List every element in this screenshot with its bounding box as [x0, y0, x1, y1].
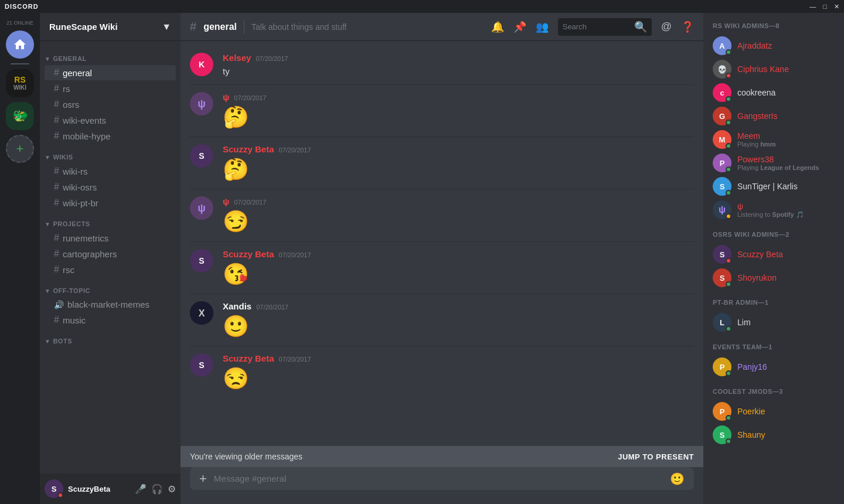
channel-item-runemetrics[interactable]: # runemetrics — [45, 230, 176, 246]
channel-item-music[interactable]: # music — [45, 312, 176, 328]
channel-item-cartographers[interactable]: # cartographers — [45, 246, 176, 261]
headphones-icon[interactable]: 🎧 — [151, 483, 163, 495]
server-icon-home[interactable] — [6, 30, 34, 59]
minimize-button[interactable]: — — [809, 3, 816, 11]
message-content: ψ 07/20/2017 😏 — [223, 196, 694, 234]
message-header: ψ 07/20/2017 — [223, 92, 694, 102]
category-general[interactable]: ▼ GENERAL — [40, 46, 181, 64]
online-badge: 21 ONLINE — [6, 20, 33, 26]
member-item-lim[interactable]: L Lim — [708, 311, 839, 334]
channel-item-wiki-pt-br[interactable]: # wiki-pt-br — [45, 195, 176, 210]
member-item-powers38[interactable]: P Powers38 Playing League of Legends — [708, 151, 839, 175]
server-icon-dragon[interactable]: 🐲 — [6, 102, 34, 130]
member-item-panjy16[interactable]: P Panjy16 — [708, 355, 839, 379]
channel-item-black-market-memes[interactable]: 🔊 black-market-memes — [45, 297, 176, 312]
member-name: Shauny — [737, 430, 835, 440]
message-input-bar: + 🙂 — [190, 467, 694, 490]
member-item-shoyrukon[interactable]: S Shoyrukon — [708, 266, 839, 290]
member-name: Lim — [737, 318, 835, 327]
category-wikis[interactable]: ▼ WIKIS — [40, 144, 181, 163]
members-category-osrs-wiki-admins: OSRS WIKI ADMINS—2 — [708, 222, 839, 240]
user-area: S ScuzzyBeta 🎤 🎧 ⚙ — [40, 474, 181, 504]
user-status-dot — [57, 492, 63, 498]
help-icon[interactable]: ❓ — [681, 21, 694, 33]
channel-header-actions: 🔔 📌 👥 🔍 @ ❓ — [491, 18, 694, 36]
channel-item-general[interactable]: # general — [45, 65, 176, 80]
member-info: Powers38 Playing League of Legends — [737, 155, 835, 171]
jump-to-present-button[interactable]: JUMP TO PRESENT — [618, 452, 694, 461]
member-name: Ajraddatz — [737, 41, 835, 50]
member-item-shauny[interactable]: S Shauny — [708, 423, 839, 447]
server-header[interactable]: RuneScape Wiki ▼ — [40, 13, 181, 41]
message-timestamp: 07/20/2017 — [234, 199, 266, 206]
member-status-dot — [726, 438, 731, 444]
emoji-button[interactable]: 🙂 — [670, 472, 685, 486]
channel-item-rs[interactable]: # rs — [45, 81, 176, 96]
message-separator — [190, 294, 694, 294]
message-input[interactable] — [214, 467, 663, 490]
message-avatar: K — [190, 53, 213, 76]
message-group: ψ ψ 07/20/2017 🤔 — [181, 90, 703, 132]
member-item-poerkie[interactable]: P Poerkie — [708, 400, 839, 423]
older-messages-bar: You're viewing older messages JUMP TO PR… — [181, 446, 703, 467]
member-item-gangsterIs[interactable]: G GangsterIs — [708, 104, 839, 128]
member-info: Ciphrius Kane — [737, 64, 835, 74]
member-item-ciphrius-kane[interactable]: 💀 Ciphrius Kane — [708, 57, 839, 81]
category-bots[interactable]: ▼ BOTS — [40, 328, 181, 347]
member-item-psi[interactable]: ψ ψ Listening to Spotify 🎵 — [708, 198, 839, 222]
message-separator — [190, 189, 694, 189]
member-avatar: P — [713, 402, 731, 421]
message-avatar: ψ — [190, 196, 213, 220]
search-bar[interactable]: 🔍 — [558, 18, 652, 36]
message-author: Scuzzy Beta — [223, 353, 274, 363]
member-avatar: A — [713, 36, 731, 55]
hash-icon: # — [54, 67, 59, 78]
members-list: RS WIKI ADMINS—8 A Ajraddatz 💀 Ciphrius … — [703, 13, 844, 504]
channel-header: # general Talk about things and stuff 🔔 … — [181, 13, 703, 41]
channel-item-wiki-events[interactable]: # wiki-events — [45, 113, 176, 128]
member-status-dot — [726, 190, 731, 196]
message-text: ty — [223, 65, 694, 77]
add-attachment-button[interactable]: + — [199, 471, 207, 486]
pin-icon[interactable]: 📌 — [513, 21, 526, 33]
bell-icon[interactable]: 🔔 — [491, 21, 504, 33]
channel-item-rsc[interactable]: # rsc — [45, 262, 176, 277]
message-timestamp: 07/20/2017 — [256, 304, 288, 311]
server-icon-add[interactable]: + — [6, 135, 34, 163]
category-off-topic[interactable]: ▼ OFF-TOPIC — [40, 278, 181, 297]
server-icon-rs-wiki[interactable]: RS WIKI — [6, 69, 34, 97]
member-item-cookreena[interactable]: c cookreena — [708, 81, 839, 104]
microphone-icon[interactable]: 🎤 — [135, 483, 147, 495]
window-controls[interactable]: — □ ✕ — [809, 3, 839, 11]
category-projects[interactable]: ▼ PROJECTS — [40, 211, 181, 230]
at-icon[interactable]: @ — [661, 21, 672, 33]
members-icon[interactable]: 👥 — [536, 21, 549, 33]
hash-icon: # — [54, 248, 59, 259]
message-separator — [190, 84, 694, 85]
member-name: Meem — [737, 131, 835, 141]
channel-item-wiki-rs[interactable]: # wiki-rs — [45, 164, 176, 179]
member-name: Ciphrius Kane — [737, 64, 835, 74]
member-info: Shoyrukon — [737, 273, 835, 282]
message-timestamp: 07/20/2017 — [279, 356, 311, 363]
member-item-meem[interactable]: M Meem Playing hmm — [708, 128, 839, 151]
member-item-scuzzy-beta[interactable]: S Scuzzy Beta — [708, 243, 839, 266]
settings-icon[interactable]: ⚙ — [168, 483, 176, 495]
search-input[interactable] — [563, 22, 631, 31]
member-item-suntiger[interactable]: S SunTiger | Karlis — [708, 175, 839, 198]
member-status-dot — [726, 258, 731, 264]
member-subtext: Playing hmm — [737, 141, 835, 148]
close-button[interactable]: ✕ — [834, 3, 839, 11]
channel-header-hash-icon: # — [190, 20, 196, 33]
channel-item-wiki-osrs[interactable]: # wiki-osrs — [45, 179, 176, 195]
main-content: # general Talk about things and stuff 🔔 … — [181, 13, 703, 504]
channel-item-mobile-hype[interactable]: # mobile-hype — [45, 128, 176, 144]
server-separator — [11, 63, 29, 64]
maximize-button[interactable]: □ — [823, 3, 827, 11]
member-avatar: S — [713, 268, 731, 287]
channel-item-osrs[interactable]: # osrs — [45, 97, 176, 112]
message-content: Scuzzy Beta 07/20/2017 😒 — [223, 353, 694, 391]
hash-icon: # — [54, 182, 59, 192]
member-item-ajraddatz[interactable]: A Ajraddatz — [708, 34, 839, 57]
chevron-down-icon: ▼ — [162, 22, 171, 32]
